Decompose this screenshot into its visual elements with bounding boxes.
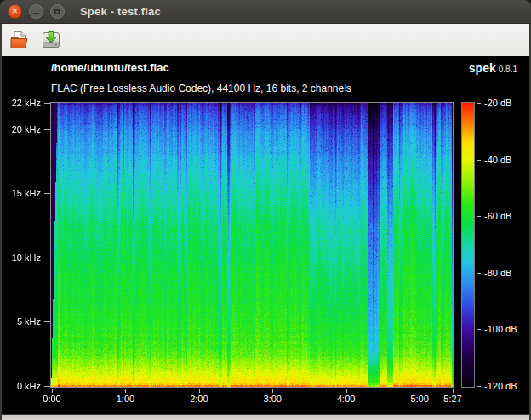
db-tick-label: -120 dB (484, 381, 517, 392)
spectrogram-canvas (50, 102, 454, 388)
db-tick-label: -20 dB (484, 98, 511, 109)
time-tick-label: 0:00 (43, 394, 60, 405)
time-tick (453, 389, 454, 393)
freq-tick-label: 20 kHz (2, 124, 41, 135)
time-tick-label: 5:00 (410, 394, 428, 405)
time-tick-label: 5:27 (443, 394, 461, 405)
freq-tick (44, 386, 50, 387)
db-tick-label: -60 dB (484, 211, 511, 222)
time-tick (420, 389, 420, 393)
spek-window: ✕ Spek - test.flac (0, 0, 531, 420)
freq-tick (44, 193, 50, 194)
freq-tick (44, 258, 50, 258)
window-resize-edge[interactable] (0, 414, 531, 420)
close-icon: ✕ (12, 8, 19, 15)
freq-tick-label: 22 kHz (2, 98, 41, 109)
time-tick-label: 3:00 (264, 394, 282, 405)
time-tick-label: 4:00 (337, 394, 355, 405)
freq-tick-label: 0 kHz (2, 381, 41, 392)
time-tick (125, 389, 126, 393)
freq-tick-label: 15 kHz (2, 188, 41, 199)
save-drive-icon (40, 29, 62, 51)
minimize-icon (33, 13, 39, 14)
toolbar (0, 24, 531, 56)
db-tick (477, 329, 481, 330)
db-tick-label: -100 dB (484, 324, 517, 335)
db-tick-label: -80 dB (484, 268, 511, 279)
time-tick (199, 389, 200, 393)
folder-open-icon (9, 29, 31, 51)
time-tick (272, 389, 273, 393)
db-tick (477, 160, 481, 161)
freq-tick (44, 321, 50, 322)
window-controls: ✕ (8, 4, 65, 19)
time-tick (346, 389, 347, 393)
open-file-button[interactable] (8, 28, 31, 52)
window-title: Spek - test.flac (80, 5, 161, 18)
freq-tick-label: 10 kHz (2, 253, 41, 264)
titlebar[interactable]: ✕ Spek - test.flac (0, 0, 531, 24)
maximize-button[interactable] (50, 4, 65, 19)
freq-tick (44, 129, 50, 130)
db-tick-label: -40 dB (484, 155, 511, 166)
freq-tick (44, 103, 50, 104)
db-tick (477, 273, 481, 274)
spek-content: /home/ubuntu/test.flac spek0.8.1 FLAC (F… (0, 56, 531, 414)
db-tick (477, 216, 481, 217)
time-tick-label: 1:00 (117, 394, 134, 405)
time-tick-label: 2:00 (190, 394, 208, 405)
minimize-button[interactable] (29, 4, 43, 19)
time-tick (52, 389, 53, 393)
close-button[interactable]: ✕ (8, 4, 22, 19)
db-tick (477, 386, 481, 387)
freq-tick-label: 5 kHz (2, 316, 41, 327)
db-colorbar (461, 102, 475, 388)
save-button[interactable] (39, 28, 63, 52)
plot-area: 22 kHz20 kHz15 kHz10 kHz5 kHz0 kHz0:001:… (2, 56, 529, 414)
maximize-icon (54, 9, 60, 14)
db-tick (477, 103, 481, 104)
